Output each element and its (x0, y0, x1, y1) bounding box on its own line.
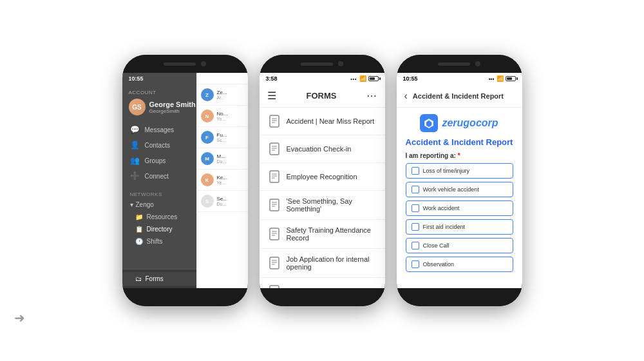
form-item-4[interactable]: Safety Training Attendance Record (260, 220, 385, 249)
preview-item-3[interactable]: M M... Do... (197, 148, 248, 170)
form-item-3[interactable]: 'See Something, Say Something' (260, 191, 385, 220)
checkbox-observation[interactable]: Observation (406, 257, 513, 272)
preview-item-5[interactable]: S Se... Do... (197, 191, 248, 212)
preview-avatar-2: F (201, 131, 214, 144)
phone-3-top (397, 55, 522, 73)
form-detail-body: zerugocorp Accident & Incident Report I … (397, 108, 522, 288)
form-detail-header: ‹ Accident & Incident Report (397, 84, 522, 108)
user-details: George Smith GeorgeSmith (149, 101, 196, 114)
battery-icon-3 (506, 76, 516, 81)
checkbox-label-0: Loss of time/injury (423, 168, 470, 174)
phone-2-bottom (260, 288, 385, 306)
preview-avatar-5: S (201, 195, 214, 208)
network-name: Zengo (136, 201, 154, 208)
form-label-2: Employee Recognition (287, 173, 357, 180)
checkbox-box-4[interactable] (412, 242, 419, 249)
checkbox-box-5[interactable] (412, 260, 419, 268)
user-name: George Smith (149, 101, 196, 108)
camera (201, 61, 206, 66)
wifi-icon-3: 📶 (497, 75, 504, 82)
checkbox-loss-of-time[interactable]: Loss of time/injury (406, 163, 513, 179)
form-item-1[interactable]: Evacuation Check-in (260, 135, 385, 163)
form-detail-title: Accident & Incident Report (413, 92, 504, 100)
speaker (164, 63, 196, 66)
chevron-down-icon: ▾ (130, 201, 133, 208)
checkbox-label-5: Observation (423, 261, 455, 268)
phone-3: 10:55 ▪▪▪ 📶 ‹ Accident & Incident Report (397, 55, 522, 306)
more-options-icon[interactable]: ⋯ (366, 90, 377, 102)
status-bar-3: 10:55 ▪▪▪ 📶 (397, 73, 522, 84)
preview-text-3: M... Do... (217, 153, 227, 164)
preview-item-4[interactable]: K Ke... Ye... (197, 170, 248, 191)
company-logo: zerugocorp (406, 114, 513, 132)
checkbox-close-call[interactable]: Close Call (406, 238, 513, 253)
checkbox-box-0[interactable] (412, 167, 419, 175)
forms-label: Forms (146, 275, 164, 282)
form-doc-icon-2 (269, 170, 280, 184)
form-item-2[interactable]: Employee Recognition (260, 163, 385, 191)
phone-2-screen: 3:58 ••• 📶 ☰ FORMS ⋯ (260, 73, 385, 288)
form-item-0[interactable]: Accident | Near Miss Report (260, 108, 385, 135)
resources-label: Resources (147, 213, 178, 220)
nav-messages-label: Messages (145, 126, 175, 133)
form-item-6[interactable]: Maintenance Request (260, 278, 385, 288)
checkbox-box-3[interactable] (412, 223, 419, 231)
avatar-image: GS (129, 99, 146, 115)
connect-icon: ➕ (130, 171, 140, 180)
checkbox-label-2: Work accident (423, 205, 460, 211)
preview-text-4: Ke... Ye... (217, 175, 227, 185)
preview-avatar-4: K (201, 173, 214, 186)
preview-text-0: Ze... Ar... (217, 90, 227, 100)
directory-icon: 📋 (135, 226, 143, 233)
phone-3-screen: 10:55 ▪▪▪ 📶 ‹ Accident & Incident Report (397, 73, 522, 288)
preview-avatar-3: M (201, 152, 214, 165)
nav-contacts-label: Contacts (145, 142, 170, 149)
phone-1: 10:55 ▪▪▪ 📶 ACCOUNT (122, 55, 248, 306)
reporting-label: I am reporting a: * (406, 152, 513, 159)
signal-dots-icon: ••• (350, 77, 357, 81)
shifts-icon: 🕐 (135, 238, 143, 245)
camera-2 (338, 61, 343, 66)
form-label-5: Job Application for internal opening (287, 255, 376, 271)
contacts-icon: 👤 (130, 141, 140, 150)
checkbox-box-2[interactable] (412, 204, 419, 212)
status-time-3: 10:55 (403, 75, 418, 82)
checkbox-work-accident[interactable]: Work accident (406, 200, 513, 216)
nav-connect-label: Connect (145, 173, 169, 180)
phone-1-screen: 10:55 ▪▪▪ 📶 ACCOUNT (122, 73, 248, 288)
groups-icon: 👥 (130, 156, 140, 165)
checkbox-label-3: First aid incident (423, 224, 466, 230)
checkbox-box-1[interactable] (412, 186, 419, 193)
status-icons-3: ▪▪▪ 📶 (489, 75, 516, 82)
preview-item-0[interactable]: Z Ze... Ar... (197, 84, 248, 106)
form-label-1: Evacuation Check-in (287, 145, 352, 153)
avatar: GS (129, 99, 146, 115)
form-item-5[interactable]: Job Application for internal opening (260, 249, 385, 278)
preview-item-1[interactable]: N No... Yo... (197, 106, 248, 127)
form-doc-icon-1 (269, 142, 280, 156)
checkbox-first-aid[interactable]: First aid incident (406, 219, 513, 235)
forms-icon: 🗂 (135, 275, 142, 282)
signal-icon-3: ▪▪▪ (489, 76, 495, 82)
status-time-2: 3:58 (266, 75, 278, 82)
speaker-2 (301, 63, 333, 66)
logo-icon (420, 114, 438, 132)
forms-list: Accident | Near Miss Report Evacuation C… (260, 108, 385, 288)
checkbox-label-1: Work vehicle accident (423, 186, 479, 193)
camera-3 (475, 61, 480, 66)
phone-1-bottom (122, 288, 248, 306)
svg-rect-4 (270, 143, 279, 155)
form-doc-icon-3 (269, 198, 280, 212)
back-arrow-icon[interactable]: ‹ (404, 90, 408, 102)
preview-text-5: Se... Do... (217, 196, 227, 206)
forms-header: ☰ FORMS ⋯ (260, 84, 385, 108)
wifi-icon-2: 📶 (359, 75, 366, 82)
checkbox-work-vehicle[interactable]: Work vehicle accident (406, 182, 513, 197)
form-label-3: 'See Something, Say Something' (287, 197, 376, 213)
phone-3-bottom (397, 288, 522, 306)
forms-screen: 3:58 ••• 📶 ☰ FORMS ⋯ (260, 73, 385, 288)
hamburger-icon[interactable]: ☰ (267, 90, 276, 102)
shifts-label: Shifts (147, 238, 163, 245)
preview-item-2[interactable]: F Fu... Sc... (197, 127, 248, 148)
form-doc-icon-0 (269, 114, 280, 128)
